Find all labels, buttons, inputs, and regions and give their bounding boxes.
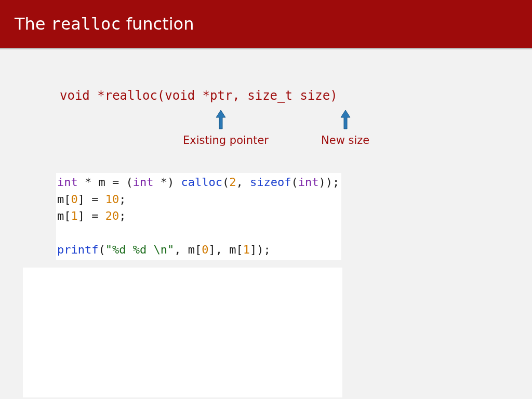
- arrow-up-icon: [216, 109, 226, 130]
- code-block: int * m = (int *) calloc(2, sizeof(int))…: [56, 173, 341, 260]
- arrow-up-icon: [340, 109, 351, 130]
- title-mono: realloc: [51, 14, 121, 34]
- function-signature: void *realloc(void *ptr, size_t size): [60, 88, 338, 103]
- label-ptr: Existing pointer: [183, 134, 269, 147]
- slide-title: The realloc function: [15, 14, 194, 34]
- title-suffix: function: [121, 14, 194, 34]
- label-size: New size: [321, 134, 369, 147]
- slide-header: The realloc function: [0, 0, 532, 49]
- title-prefix: The: [15, 14, 51, 34]
- blank-area: [23, 268, 342, 397]
